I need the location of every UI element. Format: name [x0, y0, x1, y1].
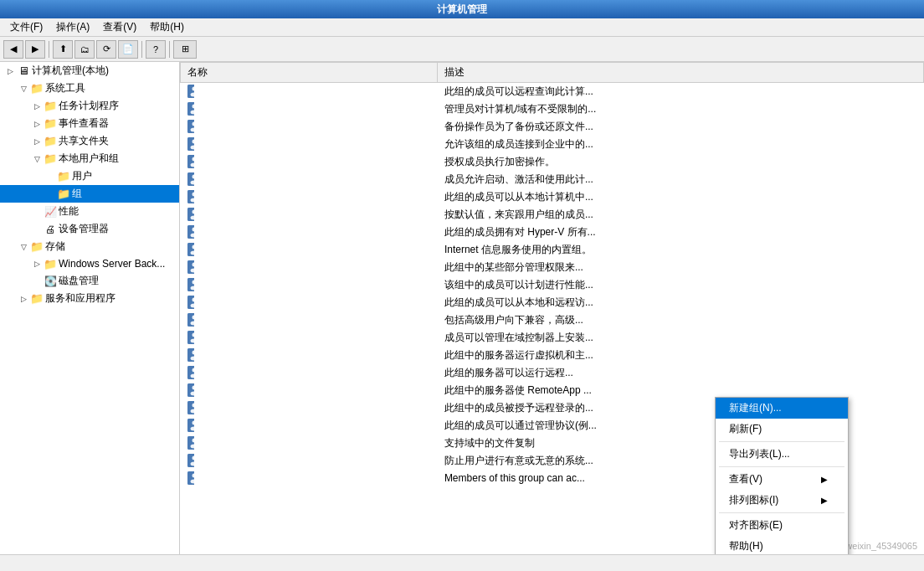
- sidebar-item-11[interactable]: ▷📁Windows Server Back...: [0, 255, 179, 272]
- sidebar-item-5[interactable]: ▽📁本地用户和组: [0, 150, 179, 167]
- col-header-name: 名称: [181, 63, 438, 83]
- help-button[interactable]: ?: [146, 40, 166, 59]
- ctx-separator-1: [719, 441, 844, 442]
- up-button[interactable]: ⬆: [53, 40, 73, 59]
- sidebar-item-10[interactable]: ▽📁存储: [0, 238, 179, 255]
- expand-icon-1[interactable]: ▽: [17, 82, 30, 95]
- refresh-button[interactable]: ⟳: [96, 40, 116, 59]
- table-row[interactable]: Event Log Readers此组的成员可以从本地计算机中...: [181, 188, 924, 206]
- sidebar: ▷🖥计算机管理(本地)▽📁系统工具▷📁任务计划程序▷📁事件查看器▷📁共享文件夹▽…: [0, 62, 180, 554]
- expand-icon-11[interactable]: ▷: [30, 257, 44, 270]
- table-row[interactable]: Cryptographic Oper...授权成员执行加密操作。: [181, 153, 924, 171]
- expand-icon-2[interactable]: ▷: [30, 100, 44, 113]
- cell-name-5: Distributed COM Us...: [181, 171, 194, 188]
- sidebar-item-8[interactable]: 📈性能: [0, 203, 179, 220]
- table-row[interactable]: Power Users包括高级用户向下兼容，高级...: [181, 311, 924, 329]
- group-icon-7: [187, 208, 194, 221]
- cell-name-8: Hyper-V Administra...: [181, 224, 194, 240]
- menu-action[interactable]: 操作(A): [49, 18, 96, 36]
- expand-icon-5[interactable]: ▽: [30, 152, 44, 166]
- sidebar-item-1[interactable]: ▽📁系统工具: [0, 80, 179, 97]
- group-icon-21: [187, 454, 194, 467]
- menu-file[interactable]: 文件(F): [3, 18, 49, 36]
- sidebar-item-2[interactable]: ▷📁任务计划程序: [0, 97, 179, 115]
- ctx-label-2: 导出列表(L)...: [729, 447, 790, 461]
- group-icon-20: [187, 436, 194, 450]
- forward-button[interactable]: ▶: [25, 40, 45, 59]
- menu-bar: 文件(F) 操作(A) 查看(V) 帮助(H): [0, 18, 924, 37]
- expand-icon-0[interactable]: ▷: [3, 64, 17, 78]
- ctx-item-2[interactable]: 导出列表(L)...: [716, 444, 848, 465]
- show-hide-button[interactable]: 🗂: [74, 40, 95, 59]
- props-button[interactable]: ⊞: [173, 40, 197, 59]
- sidebar-item-13[interactable]: ▷📁服务和应用程序: [0, 290, 179, 307]
- group-icon-17: [187, 383, 194, 397]
- group-icon-9: [187, 243, 194, 256]
- expand-icon-12[interactable]: [30, 275, 44, 288]
- ctx-item-3[interactable]: 查看(V)▶: [716, 469, 848, 490]
- group-icon-14: [187, 331, 194, 344]
- table-row[interactable]: Performance Monit...此组的成员可以从本地和远程访...: [181, 294, 924, 311]
- table-row[interactable]: Backup Operators备份操作员为了备份或还原文件...: [181, 118, 924, 136]
- sidebar-item-12[interactable]: 💽磁盘管理: [0, 272, 179, 290]
- expand-icon-7[interactable]: [44, 188, 57, 201]
- table-row[interactable]: Print Operators成员可以管理在域控制器上安装...: [181, 329, 924, 347]
- sidebar-item-6[interactable]: 📁用户: [0, 167, 179, 185]
- table-row[interactable]: Hyper-V Administra...此组的成员拥有对 Hyper-V 所有…: [181, 224, 924, 241]
- cell-desc-22: Members of this group can ac...: [438, 470, 924, 486]
- toolbar-separator-2: [141, 41, 142, 58]
- expand-icon-3[interactable]: ▷: [30, 117, 44, 131]
- expand-icon-4[interactable]: ▷: [30, 135, 44, 148]
- table-row[interactable]: RDS Management S...此组的服务器可以运行远程...: [181, 364, 924, 382]
- sidebar-item-7[interactable]: 📁组: [0, 185, 179, 203]
- menu-view[interactable]: 查看(V): [96, 18, 143, 36]
- expand-icon-9[interactable]: [30, 223, 44, 236]
- export-button[interactable]: 📄: [118, 40, 138, 59]
- cell-name-6: Event Log Readers: [181, 188, 194, 205]
- table-row[interactable]: Administrators管理员对计算机/域有不受限制的...: [181, 100, 924, 118]
- cell-desc-18: 此组中的成员被授予远程登录的...: [438, 399, 924, 417]
- table-row[interactable]: Guests按默认值，来宾跟用户组的成员...: [181, 206, 924, 224]
- cell-name-0: Access Control Assi...: [181, 83, 194, 100]
- sidebar-item-4[interactable]: ▷📁共享文件夹: [0, 132, 179, 150]
- cell-desc-16: 此组的服务器可以运行远程...: [438, 364, 924, 382]
- sidebar-label-11: Windows Server Back...: [59, 258, 165, 270]
- ctx-arrow-4: ▶: [821, 496, 828, 505]
- table-row[interactable]: RDS Endpoint Serve...此组中的服务器运行虚拟机和主...: [181, 347, 924, 364]
- sidebar-label-12: 磁盘管理: [59, 274, 99, 288]
- ctx-item-5[interactable]: 对齐图标(E): [716, 515, 848, 536]
- table-row[interactable]: Certificate Service D...允许该组的成员连接到企业中的..…: [181, 136, 924, 153]
- table-row[interactable]: Network Configurat...此组中的某些部分管理权限来...: [181, 259, 924, 276]
- cell-desc-10: 此组中的某些部分管理权限来...: [438, 259, 924, 276]
- back-button[interactable]: ◀: [3, 40, 23, 59]
- ctx-item-0[interactable]: 新建组(N)...: [716, 398, 848, 419]
- cell-desc-0: 此组的成员可以远程查询此计算...: [438, 83, 924, 101]
- sidebar-item-0[interactable]: ▷🖥计算机管理(本地): [0, 62, 179, 80]
- table-row[interactable]: Performance Log U...该组中的成员可以计划进行性能...: [181, 276, 924, 294]
- cell-desc-17: 此组中的服务器使 RemoteApp ...: [438, 382, 924, 399]
- ctx-item-1[interactable]: 刷新(F): [716, 419, 848, 440]
- cell-name-18: Remote Desktop Us...: [181, 399, 194, 416]
- tree-node-icon-4: 📁: [44, 135, 57, 148]
- expand-icon-8[interactable]: [30, 205, 44, 219]
- table-row[interactable]: Distributed COM Us...成员允许启动、激活和使用此计...: [181, 171, 924, 188]
- cell-desc-11: 该组中的成员可以计划进行性能...: [438, 276, 924, 294]
- sidebar-item-3[interactable]: ▷📁事件查看器: [0, 115, 179, 132]
- sidebar-label-6: 用户: [72, 169, 92, 183]
- sidebar-item-9[interactable]: 🖨设备管理器: [0, 220, 179, 238]
- menu-help[interactable]: 帮助(H): [143, 18, 191, 36]
- title-bar: 计算机管理: [0, 0, 924, 18]
- table-row[interactable]: IIS_IUSRSInternet 信息服务使用的内置组。: [181, 241, 924, 259]
- content-area: 名称 描述 Access Control Assi...此组的成员可以远程查询此…: [180, 62, 924, 554]
- ctx-item-4[interactable]: 排列图标(I)▶: [716, 490, 848, 511]
- toolbar: ◀ ▶ ⬆ 🗂 ⟳ 📄 ? ⊞: [0, 37, 924, 62]
- expand-icon-13[interactable]: ▷: [17, 292, 30, 306]
- cell-desc-13: 包括高级用户向下兼容，高级...: [438, 311, 924, 329]
- sidebar-label-8: 性能: [59, 204, 79, 219]
- expand-icon-6[interactable]: [44, 170, 57, 183]
- ctx-item-6[interactable]: 帮助(H): [716, 536, 848, 554]
- table-row[interactable]: Access Control Assi...此组的成员可以远程查询此计算...: [181, 83, 924, 101]
- sidebar-label-4: 共享文件夹: [59, 134, 109, 148]
- col-header-desc: 描述: [438, 63, 924, 83]
- expand-icon-10[interactable]: ▽: [17, 240, 30, 254]
